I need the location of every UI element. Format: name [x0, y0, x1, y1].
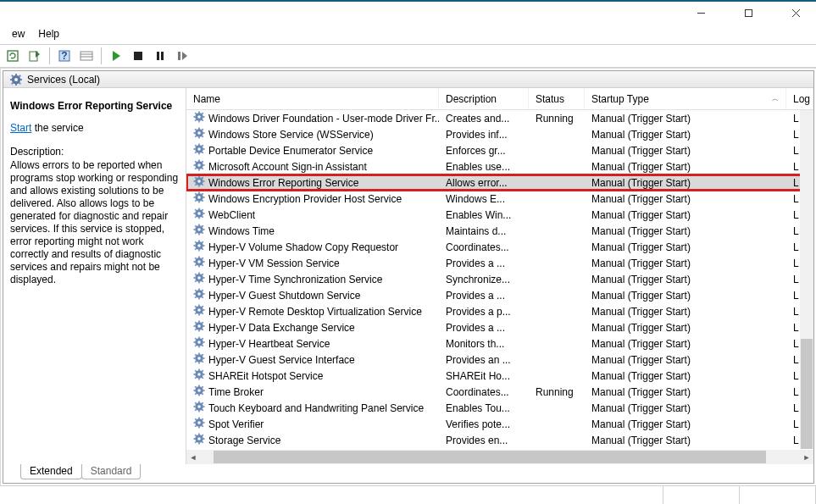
svg-line-124	[195, 264, 196, 265]
vertical-scrollbar[interactable]	[800, 110, 813, 449]
table-row[interactable]: Hyper-V Guest Shutdown ServiceProvides a…	[186, 287, 813, 303]
hscroll-thumb[interactable]	[214, 451, 766, 463]
svg-line-41	[195, 129, 196, 130]
svg-line-43	[202, 129, 203, 130]
scroll-right-arrow[interactable]: ►	[800, 450, 813, 464]
svg-line-33	[202, 113, 203, 114]
table-row[interactable]: Hyper-V Data Exchange ServiceProvides a …	[186, 319, 813, 335]
table-row[interactable]: Windows Error Reporting ServiceAllows er…	[186, 174, 813, 191]
svg-line-62	[202, 168, 203, 169]
menu-help[interactable]: Help	[31, 26, 66, 42]
table-row[interactable]: Storage ServiceProvides en...Manual (Tri…	[186, 432, 813, 448]
svg-line-131	[195, 274, 196, 274]
scroll-left-arrow[interactable]: ◄	[186, 450, 200, 464]
table-row[interactable]: Hyper-V Guest Service InterfaceProvides …	[186, 352, 813, 368]
close-button[interactable]	[780, 4, 811, 21]
list-pane: Name Description Status Startup Type︿ Lo…	[186, 88, 813, 464]
menu-view[interactable]: ew	[5, 26, 31, 42]
table-row[interactable]: Spot VerifierVerifies pote...Manual (Tri…	[186, 416, 813, 432]
svg-point-166	[197, 341, 201, 344]
minimize-button[interactable]	[686, 4, 716, 21]
table-row[interactable]: Hyper-V VM Session ServiceProvides a ...…	[186, 255, 813, 271]
svg-point-226	[197, 437, 201, 440]
column-status[interactable]: Status	[529, 88, 585, 109]
cell-description: Allows error...	[439, 177, 529, 189]
table-row[interactable]: SHAREit Hotspot ServiceSHAREit Ho...Manu…	[186, 368, 813, 384]
svg-rect-11	[134, 52, 142, 60]
svg-line-83	[202, 193, 203, 194]
frame-header: Services (Local)	[3, 71, 813, 88]
service-name-text: Hyper-V Guest Shutdown Service	[208, 290, 360, 302]
service-name-text: Storage Service	[208, 435, 280, 446]
svg-point-86	[197, 212, 201, 215]
table-row[interactable]: Windows TimeMaintains d...Manual (Trigge…	[186, 223, 813, 239]
svg-line-214	[195, 409, 196, 410]
cell-description: Coordinates...	[439, 241, 529, 253]
svg-point-56	[197, 163, 201, 167]
service-name-text: Hyper-V Remote Desktop Virtualization Se…	[208, 306, 422, 318]
svg-line-21	[12, 75, 14, 76]
cell-description: Provides a p...	[439, 306, 529, 318]
toolbar-refresh-button[interactable]	[3, 47, 22, 65]
svg-line-201	[195, 386, 196, 387]
table-row[interactable]: Microsoft Account Sign-in AssistantEnabl…	[186, 158, 813, 174]
svg-line-163	[202, 322, 203, 323]
horizontal-scrollbar[interactable]: ◄ ►	[186, 450, 813, 464]
toolbar-properties-button[interactable]	[77, 47, 96, 65]
svg-point-126	[197, 276, 201, 280]
svg-line-103	[202, 225, 203, 226]
tab-extended[interactable]: Extended	[20, 464, 82, 479]
column-description[interactable]: Description	[439, 88, 529, 109]
cell-description: Synchronize...	[439, 274, 529, 285]
svg-rect-14	[178, 52, 180, 60]
table-row[interactable]: Time BrokerCoordinates...RunningManual (…	[186, 384, 813, 400]
scroll-thumb[interactable]	[801, 339, 813, 449]
service-name-text: Windows Encryption Provider Host Service	[208, 193, 402, 205]
svg-line-82	[202, 200, 203, 201]
svg-point-176	[197, 357, 201, 360]
svg-line-121	[195, 258, 196, 258]
cell-name: Hyper-V VM Session Service	[186, 256, 439, 270]
table-row[interactable]: Hyper-V Remote Desktop Virtualization Se…	[186, 303, 813, 319]
maximize-button[interactable]	[733, 4, 763, 21]
column-name[interactable]: Name	[186, 88, 439, 109]
table-row[interactable]: Windows Encryption Provider Host Service…	[186, 191, 813, 207]
svg-line-81	[195, 193, 196, 194]
table-row[interactable]: Hyper-V Time Synchronization ServiceSync…	[186, 271, 813, 287]
tab-standard[interactable]: Standard	[81, 464, 142, 479]
table-row[interactable]: Portable Device Enumerator ServiceEnforc…	[186, 142, 813, 158]
table-row[interactable]: WebClientEnables Win...Manual (Trigger S…	[186, 207, 813, 223]
toolbar-restart-button[interactable]	[173, 47, 192, 65]
cell-name: Windows Encryption Provider Host Service	[186, 191, 439, 206]
toolbar-help-button[interactable]: ?	[55, 47, 74, 65]
cell-description: Provides an ...	[439, 354, 529, 366]
table-row[interactable]: Hyper-V Volume Shadow Copy RequestorCoor…	[186, 239, 813, 255]
svg-point-36	[197, 131, 201, 135]
svg-line-203	[202, 386, 203, 387]
cell-name: Hyper-V Guest Shutdown Service	[186, 288, 439, 302]
service-name-text: Time Broker	[208, 386, 264, 398]
cell-startup: Manual (Trigger Start)	[585, 129, 786, 141]
table-row[interactable]: Windows Store Service (WSService)Provide…	[186, 126, 813, 142]
cell-startup: Manual (Trigger Start)	[585, 306, 786, 318]
column-startup[interactable]: Startup Type︿	[585, 88, 786, 109]
gear-icon	[193, 159, 205, 174]
start-service-link[interactable]: Start	[10, 122, 31, 134]
svg-line-23	[19, 75, 21, 76]
service-name-text: SHAREit Hotspot Service	[208, 370, 323, 382]
toolbar-pause-button[interactable]	[151, 47, 169, 65]
gear-icon	[193, 256, 205, 270]
toolbar-stop-button[interactable]	[129, 47, 147, 65]
svg-line-234	[195, 441, 196, 442]
toolbar-export-button[interactable]	[25, 47, 44, 65]
svg-point-156	[197, 324, 201, 328]
table-row[interactable]: Hyper-V Heartbeat ServiceMonitors th...M…	[186, 335, 813, 352]
column-logon[interactable]: Log	[786, 88, 813, 109]
svg-point-96	[197, 228, 201, 231]
table-row[interactable]: Windows Driver Foundation - User-mode Dr…	[186, 110, 813, 126]
cell-startup: Manual (Trigger Start)	[585, 161, 786, 173]
table-row[interactable]: Touch Keyboard and Handwriting Panel Ser…	[186, 400, 813, 416]
cell-description: Provides a ...	[439, 258, 529, 269]
toolbar-start-button[interactable]	[107, 47, 125, 65]
cell-startup: Manual (Trigger Start)	[585, 209, 786, 221]
